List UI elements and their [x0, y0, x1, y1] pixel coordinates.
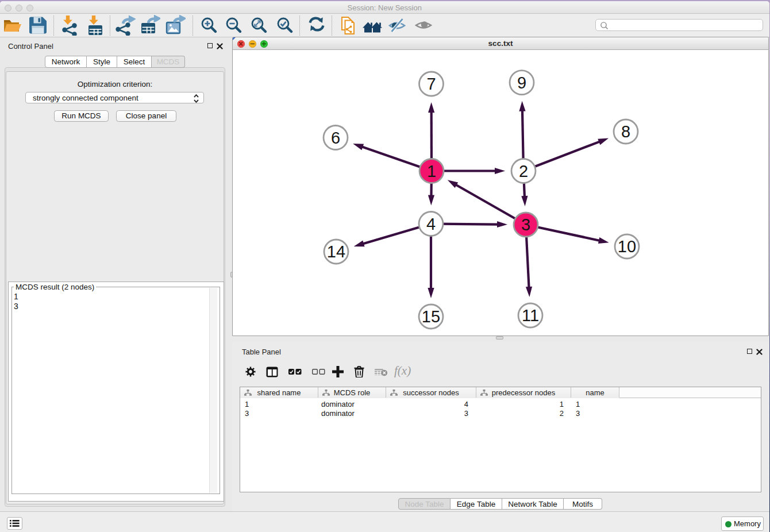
- svg-text:3: 3: [521, 215, 530, 234]
- svg-text:8: 8: [621, 122, 630, 141]
- svg-text:14: 14: [327, 242, 345, 261]
- svg-text:9: 9: [517, 74, 526, 92]
- svg-text:11: 11: [522, 306, 539, 325]
- svg-text:15: 15: [422, 307, 440, 326]
- svg-text:4: 4: [426, 215, 436, 233]
- svg-text:10: 10: [618, 237, 636, 256]
- svg-text:2: 2: [519, 162, 528, 180]
- svg-text:1: 1: [427, 162, 436, 180]
- svg-text:6: 6: [331, 129, 340, 147]
- svg-text:7: 7: [426, 75, 436, 93]
